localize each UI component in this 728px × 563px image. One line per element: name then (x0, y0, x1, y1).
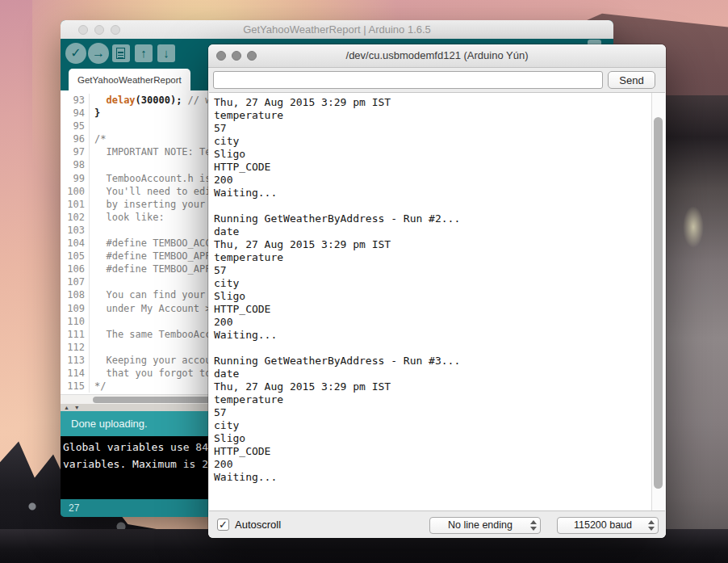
serial-line: temperature (214, 251, 665, 264)
baud-rate-select[interactable]: 115200 baud (557, 517, 659, 534)
serial-line: HTTP_CODE (214, 303, 665, 316)
serial-send-input[interactable] (213, 71, 603, 89)
divider-collapse-arrows-icon[interactable]: ▲ ▼ (64, 404, 82, 411)
line-ending-select[interactable]: No line ending (429, 517, 541, 534)
serial-output: Thu, 27 Aug 2015 3:29 pm ISTtemperature5… (209, 93, 665, 484)
serial-line: city (214, 277, 665, 290)
serial-line: 200 (214, 316, 665, 329)
serial-output-area[interactable]: Thu, 27 Aug 2015 3:29 pm ISTtemperature5… (209, 92, 665, 511)
serial-bottombar: ✓ Autoscroll No line ending 115200 baud (208, 511, 666, 538)
serial-line: Sligo (214, 290, 665, 303)
serial-line: 200 (214, 174, 665, 187)
upload-button[interactable]: → (88, 43, 109, 64)
serial-line: temperature (214, 109, 665, 122)
new-sketch-button[interactable] (112, 44, 130, 62)
wallpaper-cliff (659, 95, 728, 563)
arrow-down-icon: ↓ (163, 46, 169, 60)
line-ending-value: No line ending (448, 519, 513, 531)
serial-line: Sligo (214, 148, 665, 161)
arrow-right-icon: → (92, 46, 105, 60)
send-button[interactable]: Send (608, 71, 655, 89)
serial-vscroll-thumb[interactable] (654, 117, 663, 489)
wallpaper-cliff-light-patch (683, 206, 704, 248)
autoscroll-label: Autoscroll (235, 511, 281, 538)
serial-line: HTTP_CODE (214, 161, 665, 174)
checkmark-icon: ✓ (219, 519, 228, 531)
serial-line: Thu, 27 Aug 2015 3:29 pm IST (214, 96, 665, 109)
serial-line: Running GetWeatherByAddress - Run #3... (214, 355, 665, 368)
serial-line (214, 342, 665, 355)
serial-line: Thu, 27 Aug 2015 3:29 pm IST (214, 238, 665, 251)
verify-button[interactable]: ✓ (65, 43, 86, 64)
serial-line: Sligo (214, 432, 665, 445)
serial-line (214, 200, 665, 212)
serial-titlebar[interactable]: /dev/cu.usbmodemfd121 (Arduino Yún) (208, 44, 666, 68)
serial-line: city (214, 135, 665, 148)
serial-line: 57 (214, 122, 665, 135)
open-sketch-button[interactable]: ↑ (135, 44, 153, 62)
serial-line: Waiting... (214, 471, 665, 484)
serial-line: HTTP_CODE (214, 445, 665, 458)
save-sketch-button[interactable]: ↓ (157, 44, 175, 62)
tab-getyahooweatherreport[interactable]: GetYahooWeatherReport (69, 69, 190, 90)
serial-monitor-window: /dev/cu.usbmodemfd121 (Arduino Yún) Send… (208, 44, 666, 538)
stepper-arrows-icon (529, 519, 537, 531)
serial-line: date (214, 225, 665, 238)
serial-line: Running GetWeatherByAddress - Run #2... (214, 212, 665, 225)
baud-rate-value: 115200 baud (574, 519, 632, 531)
serial-line: date (214, 368, 665, 380)
check-icon: ✓ (70, 46, 81, 60)
arrow-up-icon: ↑ (140, 46, 147, 60)
serial-line: city (214, 419, 665, 432)
arduino-window-title: GetYahooWeatherReport | Arduino 1.6.5 (61, 20, 613, 39)
serial-line: 57 (214, 264, 665, 277)
document-icon (116, 48, 125, 59)
serial-line: Thu, 27 Aug 2015 3:29 pm IST (214, 380, 665, 393)
serial-line: Waiting... (214, 187, 665, 200)
serial-line: 200 (214, 458, 665, 471)
arduino-titlebar[interactable]: GetYahooWeatherReport | Arduino 1.6.5 (61, 20, 613, 40)
serial-vertical-scrollbar[interactable] (651, 93, 664, 510)
serial-line: temperature (214, 393, 665, 406)
serial-line: 57 (214, 406, 665, 419)
serial-window-title: /dev/cu.usbmodemfd121 (Arduino Yún) (208, 44, 666, 67)
serial-line: Waiting... (214, 329, 665, 342)
stepper-arrows-icon (647, 519, 655, 531)
autoscroll-checkbox[interactable]: ✓ (217, 519, 229, 531)
